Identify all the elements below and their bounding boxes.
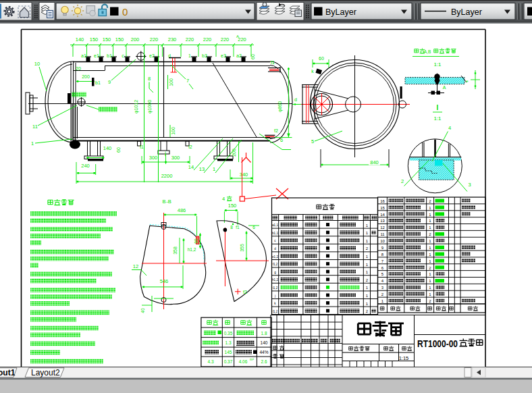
svg-text:B: B bbox=[162, 199, 165, 205]
svg-text:20: 20 bbox=[76, 66, 81, 71]
svg-text:0.37: 0.37 bbox=[224, 359, 233, 364]
svg-text:220: 220 bbox=[186, 36, 194, 43]
svg-text:300: 300 bbox=[149, 155, 158, 161]
svg-text:150: 150 bbox=[115, 36, 124, 43]
svg-text:I: I bbox=[437, 104, 439, 111]
svg-text:7: 7 bbox=[186, 78, 189, 84]
svg-text:f2: f2 bbox=[274, 128, 278, 133]
svg-text:b1,1: b1,1 bbox=[272, 232, 278, 235]
svg-text:2.6: 2.6 bbox=[261, 359, 267, 364]
svg-text:4: 4 bbox=[448, 125, 451, 131]
svg-text:140: 140 bbox=[76, 36, 84, 43]
svg-text:out1: out1 bbox=[0, 368, 16, 377]
svg-text:11: 11 bbox=[380, 232, 385, 236]
svg-text:11: 11 bbox=[32, 124, 38, 130]
svg-text:12: 12 bbox=[133, 263, 138, 269]
svg-text:a2: a2 bbox=[236, 53, 242, 58]
svg-text:140: 140 bbox=[103, 145, 112, 151]
svg-text:A: A bbox=[443, 85, 446, 90]
svg-text:1.3: 1.3 bbox=[225, 340, 231, 345]
svg-text:b1: b1 bbox=[95, 80, 101, 85]
svg-text:c: c bbox=[122, 53, 124, 58]
svg-text:1: 1 bbox=[31, 140, 34, 147]
svg-text:d: d bbox=[274, 247, 276, 251]
svg-text:60: 60 bbox=[250, 54, 255, 59]
svg-text:ByLayer: ByLayer bbox=[451, 7, 482, 17]
svg-text:200: 200 bbox=[82, 74, 90, 79]
svg-text:1:15: 1:15 bbox=[399, 355, 409, 361]
svg-text:e3: e3 bbox=[221, 53, 226, 58]
svg-text:0: 0 bbox=[122, 6, 128, 18]
svg-text:546: 546 bbox=[160, 278, 169, 284]
svg-text:355: 355 bbox=[240, 244, 244, 252]
svg-text:φ860: φ860 bbox=[277, 101, 283, 112]
svg-text:486: 486 bbox=[178, 207, 186, 213]
svg-text:358: 358 bbox=[173, 246, 178, 255]
svg-text:2: 2 bbox=[401, 178, 404, 184]
svg-text:-B: -B bbox=[166, 199, 171, 205]
svg-text:φ1000: φ1000 bbox=[147, 100, 153, 113]
svg-text:340: 340 bbox=[240, 172, 248, 178]
svg-text:300: 300 bbox=[171, 155, 180, 161]
svg-text:145: 145 bbox=[225, 350, 232, 355]
svg-text:60: 60 bbox=[116, 147, 121, 153]
svg-text:240: 240 bbox=[81, 163, 90, 169]
svg-text:A,B: A,B bbox=[424, 49, 431, 54]
svg-text:1: 1 bbox=[213, 166, 215, 172]
svg-text:15: 15 bbox=[380, 206, 385, 210]
svg-text:150: 150 bbox=[90, 36, 99, 43]
svg-text:8: 8 bbox=[230, 225, 233, 230]
svg-text:1: 1 bbox=[188, 53, 191, 58]
svg-text:14: 14 bbox=[188, 164, 194, 170]
svg-text:44%: 44% bbox=[259, 350, 268, 355]
svg-text:b3: b3 bbox=[202, 53, 207, 58]
svg-text:h1,2: h1,2 bbox=[272, 278, 278, 282]
svg-text:g: g bbox=[274, 271, 276, 274]
svg-text:1:1: 1:1 bbox=[433, 115, 442, 122]
svg-text:ByLayer: ByLayer bbox=[325, 7, 356, 17]
svg-text:10: 10 bbox=[34, 61, 40, 67]
svg-text:f2: f2 bbox=[243, 290, 247, 294]
svg-text:j: j bbox=[274, 294, 275, 298]
svg-text:4: 4 bbox=[222, 196, 225, 202]
svg-text:l2: l2 bbox=[188, 145, 192, 149]
svg-text:220: 220 bbox=[150, 36, 159, 43]
svg-text:2200: 2200 bbox=[161, 173, 173, 179]
svg-text:b1: b1 bbox=[107, 53, 112, 58]
svg-text:4.3: 4.3 bbox=[207, 359, 213, 364]
svg-text:i1,2: i1,2 bbox=[273, 286, 278, 290]
svg-text:d: d bbox=[168, 53, 171, 58]
svg-text:f1,2: f1,2 bbox=[273, 263, 278, 266]
svg-text:f1: f1 bbox=[271, 60, 275, 65]
svg-text:13: 13 bbox=[380, 219, 385, 223]
svg-text:8: 8 bbox=[148, 76, 151, 82]
svg-text:m²: m² bbox=[250, 357, 254, 361]
svg-text:12: 12 bbox=[380, 226, 385, 230]
svg-text:40: 40 bbox=[140, 308, 145, 313]
svg-text:100: 100 bbox=[171, 127, 176, 135]
svg-text:200: 200 bbox=[232, 149, 236, 157]
svg-text:230: 230 bbox=[168, 36, 177, 43]
svg-text:13: 13 bbox=[199, 166, 205, 172]
svg-text:3: 3 bbox=[468, 182, 471, 188]
svg-text:1:1: 1:1 bbox=[433, 61, 442, 68]
svg-text:0.35: 0.35 bbox=[224, 331, 233, 336]
svg-text:RT1000-00: RT1000-00 bbox=[417, 338, 458, 349]
svg-text:e2: e2 bbox=[149, 53, 155, 58]
svg-text:5: 5 bbox=[311, 138, 314, 145]
svg-text:l1: l1 bbox=[140, 145, 144, 149]
svg-text:140: 140 bbox=[261, 340, 268, 345]
svg-text:840: 840 bbox=[370, 159, 379, 165]
svg-text:a1,1: a1,1 bbox=[272, 224, 278, 227]
svg-text:d: d bbox=[294, 97, 297, 102]
svg-text:150: 150 bbox=[228, 203, 237, 209]
svg-text:4.06: 4.06 bbox=[239, 359, 248, 364]
svg-text:6: 6 bbox=[280, 137, 283, 143]
svg-text:A: A bbox=[236, 34, 239, 38]
svg-text:l1,2: l1,2 bbox=[273, 310, 278, 313]
svg-text:60: 60 bbox=[319, 56, 324, 61]
svg-text:16: 16 bbox=[380, 199, 385, 203]
svg-text:14: 14 bbox=[380, 213, 385, 217]
svg-text:φ1012: φ1012 bbox=[134, 100, 139, 113]
svg-text:1.8: 1.8 bbox=[261, 331, 267, 336]
